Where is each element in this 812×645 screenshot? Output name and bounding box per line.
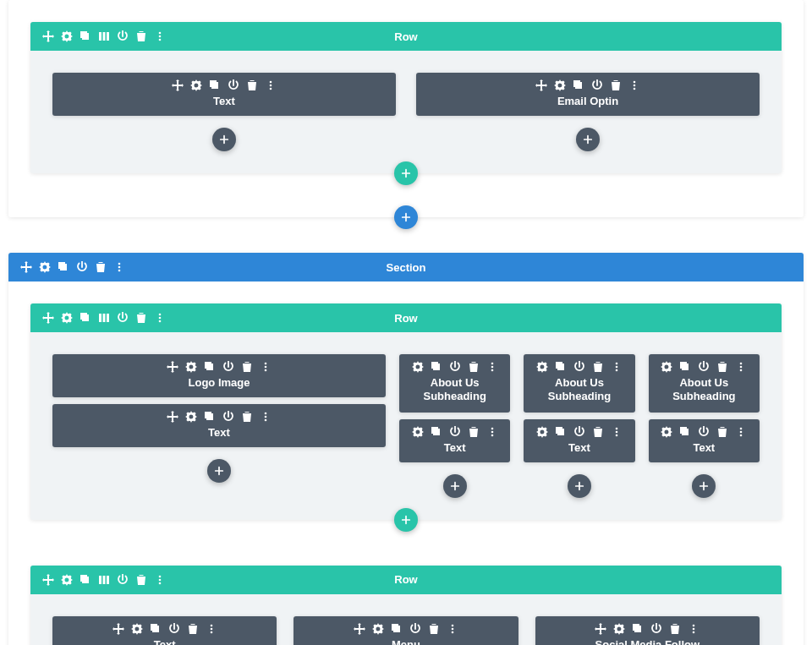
columns-icon[interactable] <box>98 312 110 324</box>
power-icon[interactable] <box>228 79 239 91</box>
add-module-button[interactable] <box>443 474 467 498</box>
duplicate-icon[interactable] <box>555 361 567 373</box>
menu-icon[interactable] <box>260 411 272 423</box>
power-icon[interactable] <box>698 361 710 373</box>
add-module-button[interactable] <box>576 128 600 151</box>
power-icon[interactable] <box>117 574 129 586</box>
trash-icon[interactable] <box>610 79 622 91</box>
power-icon[interactable] <box>698 426 710 438</box>
move-icon[interactable] <box>42 30 54 42</box>
trash-icon[interactable] <box>468 426 480 438</box>
duplicate-icon[interactable] <box>58 261 69 273</box>
menu-icon[interactable] <box>628 79 640 91</box>
duplicate-icon[interactable] <box>679 426 691 438</box>
duplicate-icon[interactable] <box>80 574 91 586</box>
section-header[interactable]: Section <box>8 253 804 282</box>
move-icon[interactable] <box>167 361 178 373</box>
menu-icon[interactable] <box>154 312 166 324</box>
menu-icon[interactable] <box>447 623 458 635</box>
power-icon[interactable] <box>409 623 421 635</box>
module-email-optin[interactable]: Email Optin <box>416 73 760 116</box>
menu-icon[interactable] <box>154 574 166 586</box>
module-text[interactable]: Text <box>649 419 760 462</box>
chevron-up-icon[interactable] <box>770 30 782 42</box>
move-icon[interactable] <box>112 623 124 635</box>
add-row-button[interactable] <box>394 161 418 185</box>
gear-icon[interactable] <box>190 79 202 91</box>
power-icon[interactable] <box>222 411 234 423</box>
menu-icon[interactable] <box>206 623 217 635</box>
menu-icon[interactable] <box>154 30 166 42</box>
gear-icon[interactable] <box>372 623 384 635</box>
move-icon[interactable] <box>354 623 365 635</box>
duplicate-icon[interactable] <box>204 411 216 423</box>
add-module-button[interactable] <box>207 459 231 483</box>
columns-icon[interactable] <box>98 574 110 586</box>
menu-icon[interactable] <box>113 261 125 273</box>
module-about-us-subheading[interactable]: About UsSubheading <box>524 354 634 413</box>
duplicate-icon[interactable] <box>204 361 216 373</box>
row-header[interactable]: Row <box>30 566 782 594</box>
trash-icon[interactable] <box>135 30 147 42</box>
menu-icon[interactable] <box>265 79 277 91</box>
gear-icon[interactable] <box>61 312 73 324</box>
power-icon[interactable] <box>76 261 88 273</box>
menu-icon[interactable] <box>735 426 747 438</box>
trash-icon[interactable] <box>592 426 604 438</box>
add-module-button[interactable] <box>212 128 236 151</box>
trash-icon[interactable] <box>246 79 258 91</box>
trash-icon[interactable] <box>135 574 147 586</box>
power-icon[interactable] <box>449 426 461 438</box>
move-icon[interactable] <box>172 79 184 91</box>
trash-icon[interactable] <box>135 312 147 324</box>
menu-icon[interactable] <box>260 361 272 373</box>
gear-icon[interactable] <box>613 623 625 635</box>
trash-icon[interactable] <box>95 261 107 273</box>
chevron-up-icon[interactable] <box>770 574 782 586</box>
duplicate-icon[interactable] <box>431 426 442 438</box>
module-text[interactable]: Text <box>52 73 396 116</box>
gear-icon[interactable] <box>412 361 424 373</box>
move-icon[interactable] <box>42 574 54 586</box>
module-text[interactable]: Text <box>399 419 510 462</box>
menu-icon[interactable] <box>735 361 747 373</box>
trash-icon[interactable] <box>716 361 728 373</box>
module-text[interactable]: Text <box>52 404 386 447</box>
add-module-button[interactable] <box>692 474 716 498</box>
duplicate-icon[interactable] <box>573 79 584 91</box>
move-icon[interactable] <box>42 312 54 324</box>
power-icon[interactable] <box>650 623 662 635</box>
duplicate-icon[interactable] <box>555 426 567 438</box>
duplicate-icon[interactable] <box>209 79 221 91</box>
menu-icon[interactable] <box>486 426 498 438</box>
row-header[interactable]: Row <box>30 303 782 332</box>
power-icon[interactable] <box>591 79 603 91</box>
gear-icon[interactable] <box>39 261 51 273</box>
menu-icon[interactable] <box>688 623 700 635</box>
gear-icon[interactable] <box>536 361 548 373</box>
power-icon[interactable] <box>222 361 234 373</box>
chevron-up-icon[interactable] <box>770 312 782 324</box>
gear-icon[interactable] <box>185 361 197 373</box>
duplicate-icon[interactable] <box>632 623 644 635</box>
duplicate-icon[interactable] <box>391 623 403 635</box>
power-icon[interactable] <box>449 361 461 373</box>
trash-icon[interactable] <box>428 623 440 635</box>
menu-icon[interactable] <box>611 361 623 373</box>
move-icon[interactable] <box>20 261 32 273</box>
power-icon[interactable] <box>573 361 585 373</box>
module-about-us-subheading[interactable]: About UsSubheading <box>649 354 760 413</box>
add-section-button[interactable] <box>394 205 418 229</box>
move-icon[interactable] <box>535 79 547 91</box>
add-module-button[interactable] <box>568 474 591 498</box>
duplicate-icon[interactable] <box>679 361 691 373</box>
move-icon[interactable] <box>167 411 178 423</box>
duplicate-icon[interactable] <box>150 623 162 635</box>
row-header[interactable]: Row <box>30 22 782 51</box>
gear-icon[interactable] <box>554 79 566 91</box>
add-row-button[interactable] <box>394 508 418 532</box>
module-about-us-subheading[interactable]: About UsSubheading <box>399 354 510 413</box>
power-icon[interactable] <box>168 623 180 635</box>
columns-icon[interactable] <box>98 30 110 42</box>
trash-icon[interactable] <box>468 361 480 373</box>
